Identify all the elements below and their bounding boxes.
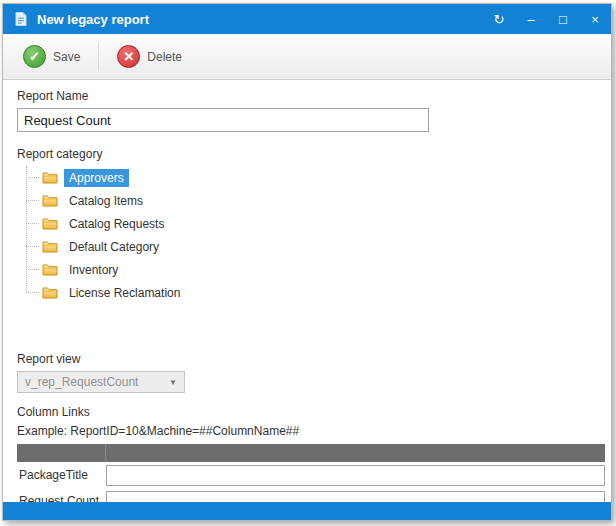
- tree-item-label: Inventory: [64, 261, 123, 279]
- dialog-window: New legacy report ↻ – □ × ✓ Save ✕ Delet…: [2, 3, 612, 521]
- folder-icon: [42, 194, 58, 207]
- tree-connector-line: [26, 200, 39, 201]
- report-name-label: Report Name: [17, 89, 597, 103]
- toolbar: ✓ Save ✕ Delete: [3, 34, 611, 80]
- header-cell-label: [17, 444, 106, 462]
- column-links-example: Example: ReportID=10&Machine=##ColumnNam…: [17, 424, 597, 438]
- tree-item-inventory[interactable]: Inventory: [26, 258, 597, 281]
- save-check-icon: ✓: [23, 45, 46, 68]
- folder-icon: [42, 263, 58, 276]
- report-view-label: Report view: [17, 352, 597, 366]
- column-links-table-header: [17, 444, 605, 462]
- toolbar-divider: [98, 43, 99, 71]
- tree-item-label: License Reclamation: [64, 284, 185, 302]
- delete-button-label: Delete: [147, 50, 182, 64]
- column-link-row-label: Request Count: [17, 494, 106, 502]
- report-name-input[interactable]: [17, 108, 429, 132]
- tree-connector-line: [26, 223, 39, 224]
- maximize-icon[interactable]: □: [557, 13, 569, 26]
- report-category-label: Report category: [17, 147, 597, 161]
- tree-item-approvers[interactable]: Approvers: [26, 166, 597, 189]
- tree-connector-line: [26, 292, 39, 293]
- tree-item-label: Catalog Items: [64, 192, 148, 210]
- report-view-select[interactable]: v_rep_RequestCount ▼: [17, 371, 185, 393]
- footer-bar: [3, 502, 611, 520]
- column-links-label: Column Links: [17, 405, 597, 419]
- column-link-row-input[interactable]: [106, 465, 605, 486]
- tree-item-license-reclamation[interactable]: License Reclamation: [26, 281, 597, 304]
- refresh-icon[interactable]: ↻: [493, 13, 505, 26]
- tree-connector-line: [26, 269, 39, 270]
- tree-item-label: Catalog Requests: [64, 215, 169, 233]
- folder-icon: [42, 240, 58, 253]
- column-link-row: PackageTitle: [17, 462, 605, 488]
- report-icon: [13, 11, 29, 27]
- column-links-rows: PackageTitleRequest Count: [17, 462, 605, 502]
- titlebar: New legacy report ↻ – □ ×: [3, 4, 611, 34]
- column-links-table: PackageTitleRequest Count: [17, 444, 605, 502]
- report-view-value: v_rep_RequestCount: [25, 375, 138, 389]
- folder-icon: [42, 286, 58, 299]
- tree-item-default-category[interactable]: Default Category: [26, 235, 597, 258]
- tree-connector-line: [26, 246, 39, 247]
- column-link-row-label: PackageTitle: [17, 468, 106, 482]
- folder-icon: [42, 171, 58, 184]
- delete-x-icon: ✕: [117, 45, 140, 68]
- tree-item-label: Default Category: [64, 238, 164, 256]
- tree-item-catalog-requests[interactable]: Catalog Requests: [26, 212, 597, 235]
- category-tree: ApproversCatalog ItemsCatalog RequestsDe…: [26, 166, 597, 304]
- column-link-row-input[interactable]: [106, 491, 605, 503]
- minimize-icon[interactable]: –: [525, 13, 537, 26]
- chevron-down-icon: ▼: [169, 378, 177, 387]
- dialog-body: Report Name Report category ApproversCat…: [3, 80, 611, 502]
- folder-icon: [42, 217, 58, 230]
- window-title: New legacy report: [37, 12, 149, 27]
- tree-connector-line: [26, 177, 39, 178]
- tree-item-catalog-items[interactable]: Catalog Items: [26, 189, 597, 212]
- close-icon[interactable]: ×: [589, 13, 601, 26]
- delete-button[interactable]: ✕ Delete: [109, 41, 190, 72]
- save-button[interactable]: ✓ Save: [15, 41, 88, 72]
- column-link-row: Request Count: [17, 488, 605, 502]
- tree-item-label: Approvers: [64, 169, 129, 187]
- header-cell-value: [106, 444, 605, 462]
- window-controls: ↻ – □ ×: [493, 13, 601, 26]
- save-button-label: Save: [53, 50, 80, 64]
